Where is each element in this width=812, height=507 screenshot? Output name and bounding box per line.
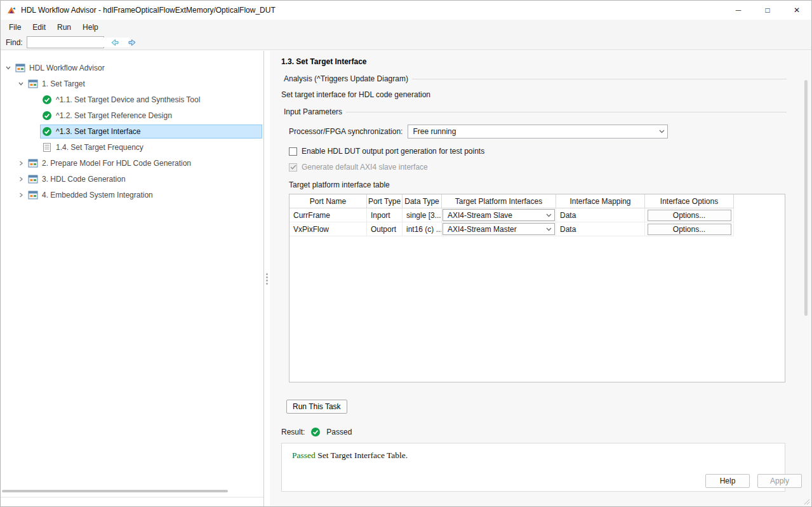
window-controls: ─ □ ✕ — [724, 1, 811, 20]
table-row-vxpixflow: VxPixFlow Outport int16 (c) ... AXI4-Str… — [290, 222, 785, 236]
testpoints-checkbox-label: Enable HDL DUT output port generation fo… — [302, 147, 484, 156]
cell-data-type: int16 (c) ... — [403, 222, 442, 236]
cell-filler — [734, 222, 785, 236]
maximize-button[interactable]: □ — [753, 1, 782, 20]
sync-dropdown[interactable]: Free running — [408, 125, 668, 139]
menu-edit[interactable]: Edit — [27, 21, 51, 34]
footer-buttons: Help Apply — [705, 474, 802, 488]
col-header-interface-mapping: Interface Mapping — [556, 194, 645, 208]
input-parameters-label: Input Parameters — [284, 107, 346, 116]
col-header-data-type: Data Type — [403, 194, 442, 208]
task-folder-icon — [28, 190, 38, 200]
panel-splitter[interactable] — [264, 51, 270, 506]
target-platform-interface-table: Port Name Port Type Data Type Target Pla… — [289, 194, 785, 382]
task-folder-icon — [28, 174, 38, 184]
chevron-right-icon[interactable] — [16, 192, 26, 198]
cell-interface: AXI4-Stream Master — [442, 222, 556, 236]
tree-item-4-embedded-system-integration[interactable]: 4. Embedded System Integration — [1, 187, 263, 203]
tree-item-2-prepare-model[interactable]: 2. Prepare Model For HDL Code Generation — [1, 155, 263, 171]
sync-label: Processor/FPGA synchronization: — [289, 127, 403, 136]
chevron-right-icon[interactable] — [16, 160, 26, 166]
help-button[interactable]: Help — [705, 474, 750, 488]
col-header-target-platform-interfaces: Target Platform Interfaces — [442, 194, 556, 208]
analysis-group-label: Analysis (^Triggers Update Diagram) — [284, 74, 412, 83]
titlebar: HDL Workflow Advisor - hdlFrameOpticalFl… — [1, 1, 811, 20]
axi4slave-checkbox — [289, 163, 297, 172]
find-next-button[interactable] — [126, 36, 140, 49]
options-button[interactable]: Options... — [648, 210, 731, 221]
menu-help[interactable]: Help — [77, 21, 104, 34]
minimize-button[interactable]: ─ — [724, 1, 753, 20]
task-description: Set target interface for HDL code genera… — [281, 90, 787, 99]
result-status: Passed — [326, 428, 352, 436]
tree-item-1-2-set-target-reference-design[interactable]: ^1.2. Set Target Reference Design — [1, 107, 263, 123]
table-header-row: Port Name Port Type Data Type Target Pla… — [290, 194, 785, 208]
task-content-panel: 1.3. Set Target Interface Analysis (^Tri… — [270, 51, 811, 506]
interface-dropdown[interactable]: AXI4-Stream Slave — [443, 209, 555, 221]
content-scrollbar-thumb[interactable] — [804, 80, 808, 316]
options-button[interactable]: Options... — [648, 224, 731, 235]
group-rule — [412, 79, 787, 79]
cell-port-name: VxPixFlow — [290, 222, 367, 236]
cell-interface-mapping: Data — [556, 208, 645, 222]
main-area: HDL Workflow Advisor 1. Set Target — [1, 51, 811, 506]
result-label: Result: — [281, 428, 305, 436]
find-toolbar: Find: — [1, 35, 811, 50]
checkmark-icon — [290, 165, 296, 170]
chevron-down-icon — [659, 130, 665, 133]
run-this-task-button[interactable]: Run This Task — [286, 400, 347, 414]
chevron-right-icon[interactable] — [16, 176, 26, 182]
tree-item-label: HDL Workflow Advisor — [29, 64, 105, 72]
tree-horizontal-scrollbar[interactable] — [2, 490, 262, 494]
passed-check-icon — [42, 126, 52, 137]
find-label: Find: — [6, 38, 23, 47]
cell-interface-options: Options... — [645, 208, 734, 222]
tree-item-set-target[interactable]: 1. Set Target — [1, 76, 263, 91]
interface-dropdown[interactable]: AXI4-Stream Master — [443, 223, 555, 235]
sync-dropdown-value: Free running — [413, 127, 456, 136]
tree-item-label: 1. Set Target — [42, 79, 85, 88]
chevron-down-icon[interactable] — [3, 65, 13, 71]
axi4slave-checkbox-row: Generate default AXI4 slave interface — [289, 163, 787, 172]
group-rule — [346, 112, 787, 112]
input-parameters-group: Input Parameters Processor/FPGA synchron… — [284, 107, 787, 382]
tree-scrollbar-thumb[interactable] — [2, 490, 228, 492]
apply-button[interactable]: Apply — [757, 474, 802, 488]
cell-port-type: Inport — [367, 208, 403, 222]
col-header-filler — [734, 194, 785, 208]
tree-item-label: 1.4. Set Target Frequency — [56, 143, 143, 152]
axi4slave-checkbox-label: Generate default AXI4 slave interface — [302, 163, 428, 172]
tree-item-1-4-set-target-frequency[interactable]: 1.4. Set Target Frequency — [1, 139, 263, 155]
tree-item-label: ^1.2. Set Target Reference Design — [56, 111, 172, 120]
task-folder-icon — [28, 79, 38, 89]
close-button[interactable]: ✕ — [782, 1, 811, 20]
cell-port-name: CurrFrame — [290, 208, 367, 222]
content-vertical-scrollbar[interactable] — [803, 79, 809, 500]
cell-interface-options: Options... — [645, 222, 734, 236]
chevron-down-icon[interactable] — [16, 81, 26, 87]
passed-check-icon — [310, 427, 321, 437]
input-parameters-header: Input Parameters — [284, 107, 787, 116]
cell-filler — [734, 208, 785, 222]
resize-grip[interactable] — [804, 499, 810, 505]
cell-interface-mapping: Data — [556, 222, 645, 236]
interface-dropdown-value: AXI4-Stream Slave — [448, 211, 512, 220]
passed-check-icon — [42, 95, 52, 105]
testpoints-checkbox[interactable] — [289, 147, 297, 156]
tree-item-1-3-set-target-interface[interactable]: ^1.3. Set Target Interface — [1, 123, 263, 139]
analysis-group-header: Analysis (^Triggers Update Diagram) — [284, 74, 787, 83]
tree-item-hdl-workflow-advisor[interactable]: HDL Workflow Advisor — [1, 60, 263, 76]
menu-file[interactable]: File — [3, 21, 27, 34]
tree-item-label: 4. Embedded System Integration — [42, 191, 153, 199]
advisor-icon — [15, 63, 25, 73]
interface-table-label: Target platform interface table — [289, 180, 787, 189]
menu-run[interactable]: Run — [51, 21, 77, 34]
find-combobox[interactable] — [27, 36, 104, 48]
result-message-text: Set Target Interface Table. — [316, 450, 408, 460]
col-header-interface-options: Interface Options — [645, 194, 734, 208]
find-previous-button[interactable] — [108, 36, 122, 49]
tree-item-label: 3. HDL Code Generation — [42, 175, 126, 184]
page-title: 1.3. Set Target Interface — [281, 57, 787, 66]
tree-item-3-hdl-code-generation[interactable]: 3. HDL Code Generation — [1, 171, 263, 187]
tree-item-1-1-set-target-device[interactable]: ^1.1. Set Target Device and Synthesis To… — [1, 91, 263, 107]
